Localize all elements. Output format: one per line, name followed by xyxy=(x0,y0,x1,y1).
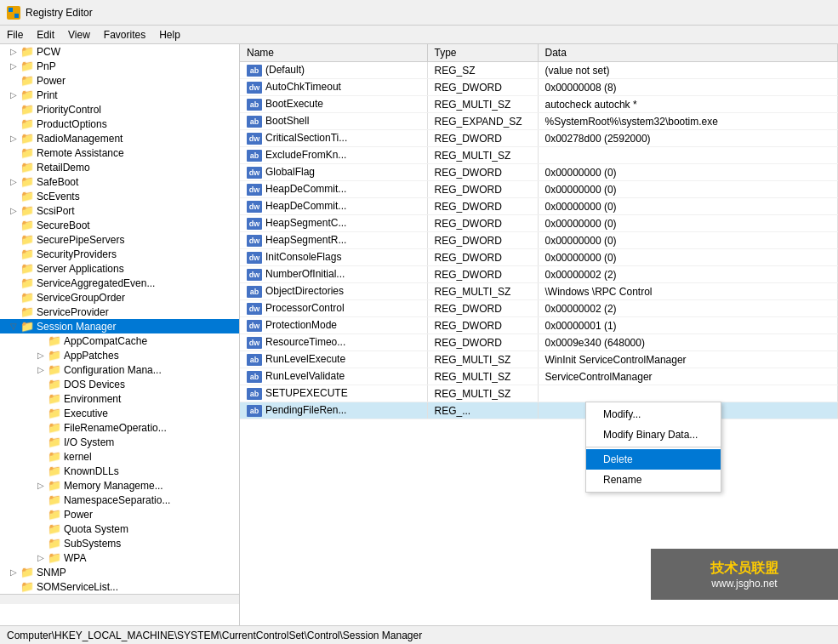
menu-favorites[interactable]: Favorites xyxy=(97,27,152,43)
table-row[interactable]: dwHeapDeCommit...REG_DWORD0x00000000 (0) xyxy=(240,198,838,215)
folder-icon: 📁 xyxy=(20,248,34,260)
tree-item[interactable]: ▷📁PCW xyxy=(0,44,239,59)
tree-item[interactable]: ▷📁ScsiPort xyxy=(0,203,239,218)
tree-item[interactable]: 📁ServiceGroupOrder xyxy=(0,290,239,305)
registry-table[interactable]: Name Type Data ab(Default)REG_SZ(value n… xyxy=(240,44,838,625)
tree-item-label: SecurePipeServers xyxy=(37,234,124,246)
expand-icon[interactable]: ▷ xyxy=(7,61,20,71)
tree-item[interactable]: 📁SecureBoot xyxy=(0,218,239,232)
tree-item-label: ServiceProvider xyxy=(37,306,109,318)
folder-icon: 📁 xyxy=(48,522,61,535)
table-row[interactable]: dwProcessorControlREG_DWORD0x00000002 (2… xyxy=(240,300,838,317)
tree-item[interactable]: 📁ProductOptions xyxy=(0,117,239,131)
tree-item[interactable]: 📁SubSystems xyxy=(0,536,239,550)
registry-type-icon: dw xyxy=(247,184,262,196)
table-row[interactable]: dwGlobalFlagREG_DWORD0x00000000 (0) xyxy=(240,164,838,181)
menu-edit[interactable]: Edit xyxy=(30,27,61,43)
tree-item[interactable]: ▷📁PnP xyxy=(0,59,239,73)
expand-icon[interactable]: ▷ xyxy=(34,481,48,490)
tree-panel[interactable]: ▷📁PCW▷📁PnP 📁Power▷📁Print 📁PriorityContro… xyxy=(0,44,240,625)
context-menu-delete[interactable]: Delete xyxy=(586,449,721,470)
tree-item[interactable]: 📁PriorityControl xyxy=(0,102,239,117)
folder-icon: 📁 xyxy=(48,493,61,506)
context-menu-modify-binary[interactable]: Modify Binary Data... xyxy=(586,425,721,445)
table-row[interactable]: abBootExecuteREG_MULTI_SZautocheck autoc… xyxy=(240,96,838,113)
folder-icon: 📁 xyxy=(20,117,34,130)
tree-item[interactable]: 📁AppCompatCache xyxy=(0,333,239,348)
row-type: REG_SZ xyxy=(427,62,538,79)
table-row[interactable]: dwHeapDeCommit...REG_DWORD0x00000000 (0) xyxy=(240,181,838,198)
tree-item[interactable]: 📁Power xyxy=(0,507,239,521)
table-row[interactable]: abPendingFileRen...REG_... xyxy=(240,402,838,419)
table-row[interactable]: abObjectDirectoriesREG_MULTI_SZ\Windows … xyxy=(240,283,838,300)
expand-icon[interactable]: ▷ xyxy=(34,350,48,360)
tree-item[interactable]: ▷📁AppPatches xyxy=(0,348,239,362)
tree-item[interactable]: 📁Remote Assistance xyxy=(0,145,239,160)
tree-item[interactable]: 📁ServiceProvider xyxy=(0,305,239,319)
tree-item[interactable]: ▷📁SNMP xyxy=(0,565,239,579)
table-row[interactable]: dwAutoChkTimeoutREG_DWORD0x00000008 (8) xyxy=(240,79,838,96)
tree-item[interactable]: 📁ServiceAggregatedEven... xyxy=(0,276,239,290)
table-row[interactable]: dwCriticalSectionTi...REG_DWORD0x00278d0… xyxy=(240,130,838,147)
tree-item[interactable]: 📁FileRenameOperatio... xyxy=(0,420,239,435)
table-row[interactable]: abSETUPEXECUTEREG_MULTI_SZ xyxy=(240,385,838,402)
expand-icon[interactable]: ▽ xyxy=(7,322,20,331)
tree-item[interactable]: 📁Server Applications xyxy=(0,261,239,276)
context-menu-modify[interactable]: Modify... xyxy=(586,404,721,425)
tree-item[interactable]: ▷📁SafeBoot xyxy=(0,174,239,189)
tree-item[interactable]: 📁Environment xyxy=(0,391,239,406)
tree-item[interactable]: ▷📁WPA xyxy=(0,550,239,565)
table-row[interactable]: dwResourceTimeo...REG_DWORD0x0009e340 (6… xyxy=(240,334,838,351)
tree-item[interactable]: ▷📁Memory Manageme... xyxy=(0,478,239,493)
tree-item[interactable]: 📁I/O System xyxy=(0,435,239,449)
row-type: REG_DWORD xyxy=(427,334,538,351)
row-name: dwInitConsoleFlags xyxy=(240,249,427,266)
tree-item[interactable]: 📁Quota System xyxy=(0,521,239,536)
expand-icon[interactable]: ▷ xyxy=(7,177,20,186)
table-row[interactable]: dwInitConsoleFlagsREG_DWORD0x00000000 (0… xyxy=(240,249,838,266)
table-row[interactable]: ab(Default)REG_SZ(value not set) xyxy=(240,62,838,79)
expand-icon[interactable]: ▷ xyxy=(7,90,20,100)
table-row[interactable]: dwProtectionModeREG_DWORD0x00000001 (1) xyxy=(240,317,838,334)
table-row[interactable]: abRunLevelExecuteREG_MULTI_SZWinInit Ser… xyxy=(240,351,838,368)
tree-item[interactable]: 📁kernel xyxy=(0,449,239,464)
tree-item[interactable]: ▽📁Session Manager xyxy=(0,319,239,333)
tree-item[interactable]: 📁SecurityProviders xyxy=(0,247,239,261)
tree-item-label: FileRenameOperatio... xyxy=(64,422,167,434)
tree-item[interactable]: 📁Executive xyxy=(0,406,239,420)
tree-item[interactable]: 📁KnownDLLs xyxy=(0,464,239,478)
row-type: REG_DWORD xyxy=(427,198,538,215)
tree-item[interactable]: 📁Power xyxy=(0,73,239,88)
row-name: abPendingFileRen... xyxy=(240,402,427,419)
context-menu-rename[interactable]: Rename xyxy=(586,470,721,490)
expand-icon[interactable]: ▷ xyxy=(34,365,48,374)
expand-icon[interactable]: ▷ xyxy=(7,567,20,577)
tree-item[interactable]: 📁NamespaceSeparatio... xyxy=(0,493,239,507)
row-data: 0x00000002 (2) xyxy=(538,266,838,283)
tree-item[interactable]: 📁DOS Devices xyxy=(0,377,239,391)
expand-icon[interactable]: ▷ xyxy=(34,553,48,562)
tree-item[interactable]: 📁SecurePipeServers xyxy=(0,232,239,247)
tree-item[interactable]: 📁SOMServiceList... xyxy=(0,579,239,594)
expand-icon[interactable]: ▷ xyxy=(7,47,20,56)
menu-help[interactable]: Help xyxy=(152,27,187,43)
table-row[interactable]: dwHeapSegmentC...REG_DWORD0x00000000 (0) xyxy=(240,215,838,232)
table-row[interactable]: abExcludeFromKn...REG_MULTI_SZ xyxy=(240,147,838,164)
menu-file[interactable]: File xyxy=(0,27,30,43)
table-row[interactable]: dwNumberOfInitial...REG_DWORD0x00000002 … xyxy=(240,266,838,283)
tree-item[interactable]: 📁ScEvents xyxy=(0,189,239,203)
table-row[interactable]: abRunLevelValidateREG_MULTI_SZServiceCon… xyxy=(240,368,838,385)
tree-item[interactable]: 📁RetailDemo xyxy=(0,160,239,174)
expand-icon[interactable]: ▷ xyxy=(7,206,20,215)
menu-view[interactable]: View xyxy=(61,27,97,43)
tree-item[interactable]: ▷📁RadioManagement xyxy=(0,131,239,145)
tree-item-label: Executive xyxy=(64,407,108,419)
tree-item[interactable]: ▷📁Configuration Mana... xyxy=(0,362,239,377)
table-row[interactable]: abBootShellREG_EXPAND_SZ%SystemRoot%\sys… xyxy=(240,113,838,130)
row-type: REG_DWORD xyxy=(427,215,538,232)
tree-item[interactable]: ▷📁Print xyxy=(0,88,239,102)
tree-hscrollbar[interactable] xyxy=(0,594,239,604)
table-row[interactable]: dwHeapSegmentR...REG_DWORD0x00000000 (0) xyxy=(240,232,838,249)
expand-icon[interactable]: ▷ xyxy=(7,134,20,143)
registry-type-icon: ab xyxy=(247,116,262,128)
